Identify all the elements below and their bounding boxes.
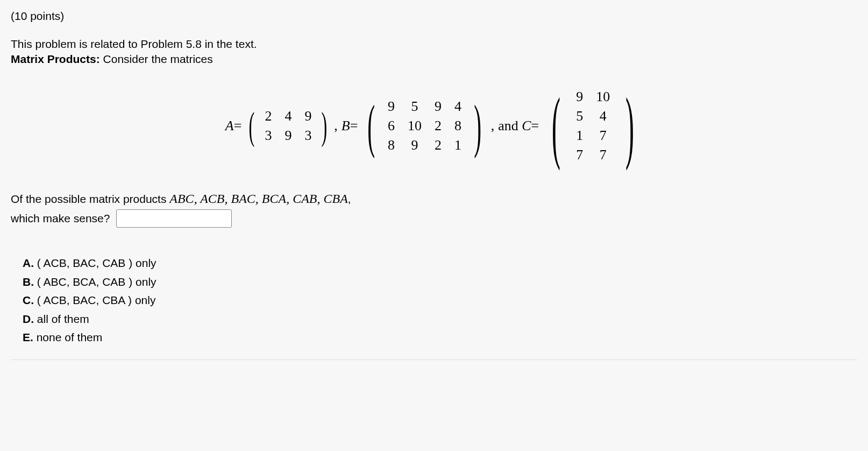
matrix-cell: 2: [428, 136, 448, 155]
right-paren: ): [322, 110, 328, 142]
matrix-cell: 7: [570, 145, 589, 165]
comma: ,: [491, 118, 495, 134]
matrix-C-content: 910541777: [570, 87, 616, 165]
matrix-cell: 3: [258, 126, 278, 145]
option-text: ( ACB, BAC, CAB ) only: [34, 257, 156, 269]
right-paren: ): [474, 102, 481, 150]
option-row: D. all of them: [23, 311, 857, 328]
option-row: C. ( ACB, BAC, CBA ) only: [23, 292, 857, 309]
right-paren: ): [625, 94, 634, 158]
question-line-2: which make sense?: [11, 212, 110, 225]
matrix-cell: 1: [448, 136, 468, 155]
matrix-cell: 8: [381, 136, 401, 155]
option-text: ( ACB, BAC, CBA ) only: [34, 294, 155, 306]
option-letter: D.: [23, 313, 34, 325]
matrix-products-heading: Matrix Products: Consider the matrices: [11, 53, 857, 66]
heading-rest: Consider the matrices: [100, 53, 213, 65]
matrices-display: A = ( 249393 ) , B = ( 9594610288921 ) ,…: [11, 87, 857, 165]
matrix-A-content: 249393: [258, 107, 318, 145]
left-paren: (: [249, 110, 255, 142]
option-letter: E.: [23, 331, 33, 343]
matrix-A-label: A: [225, 118, 234, 134]
options-list: A. ( ACB, BAC, CAB ) onlyB. ( ABC, BCA, …: [23, 255, 857, 347]
matrix-cell: 4: [589, 107, 616, 126]
matrix-B-content: 9594610288921: [381, 97, 468, 155]
matrix-cell: 5: [570, 107, 589, 126]
and-text: and: [498, 118, 518, 134]
matrix-A: ( 249393 ): [245, 107, 331, 145]
matrix-cell: 5: [401, 97, 428, 116]
matrix-C-label: C: [522, 118, 531, 134]
product-list: ABC, ACB, BAC, BCA, CAB, CBA: [169, 192, 348, 206]
option-letter: B.: [23, 276, 34, 288]
option-text: none of them: [33, 331, 102, 343]
option-row: A. ( ACB, BAC, CAB ) only: [23, 255, 857, 272]
matrix-B-label: B: [341, 118, 350, 134]
matrix-cell: 9: [381, 97, 401, 116]
equals-sign: =: [531, 118, 539, 134]
points-label: (10 points): [11, 10, 857, 23]
equals-sign: =: [350, 118, 358, 134]
matrix-cell: 2: [258, 107, 278, 126]
matrix-B: ( 9594610288921 ): [361, 97, 487, 155]
option-letter: C.: [23, 294, 34, 306]
left-paren: (: [368, 102, 375, 150]
comma: ,: [334, 118, 338, 134]
matrix-cell: 9: [428, 97, 448, 116]
option-text: all of them: [34, 313, 89, 325]
matrix-cell: 4: [278, 107, 298, 126]
matrix-cell: 9: [278, 126, 298, 145]
matrix-cell: 9: [401, 136, 428, 155]
question-line-1: Of the possible matrix products ABC, ACB…: [11, 192, 857, 206]
option-letter: A.: [23, 257, 34, 269]
matrix-cell: 9: [298, 107, 318, 126]
left-paren: (: [552, 94, 560, 158]
intro-text: This problem is related to Problem 5.8 i…: [11, 38, 857, 51]
heading-bold: Matrix Products:: [11, 53, 100, 65]
matrix-cell: 10: [589, 87, 616, 107]
matrix-cell: 8: [448, 116, 468, 136]
option-text: ( ABC, BCA, CAB ) only: [34, 276, 156, 288]
matrix-cell: 10: [401, 116, 428, 136]
matrix-C: ( 910541777 ): [543, 87, 643, 165]
answer-input[interactable]: [116, 209, 232, 228]
equals-sign: =: [234, 118, 242, 134]
matrix-cell: 7: [589, 145, 616, 165]
matrix-cell: 9: [570, 87, 589, 107]
matrix-cell: 4: [448, 97, 468, 116]
question-prefix: Of the possible matrix products: [11, 193, 169, 205]
question-suffix: ,: [348, 193, 351, 205]
matrix-cell: 6: [381, 116, 401, 136]
divider: [11, 360, 857, 360]
matrix-cell: 1: [570, 126, 589, 145]
option-row: E. none of them: [23, 329, 857, 347]
option-row: B. ( ABC, BCA, CAB ) only: [23, 273, 857, 291]
matrix-cell: 3: [298, 126, 318, 145]
matrix-cell: 7: [589, 126, 616, 145]
matrix-cell: 2: [428, 116, 448, 136]
